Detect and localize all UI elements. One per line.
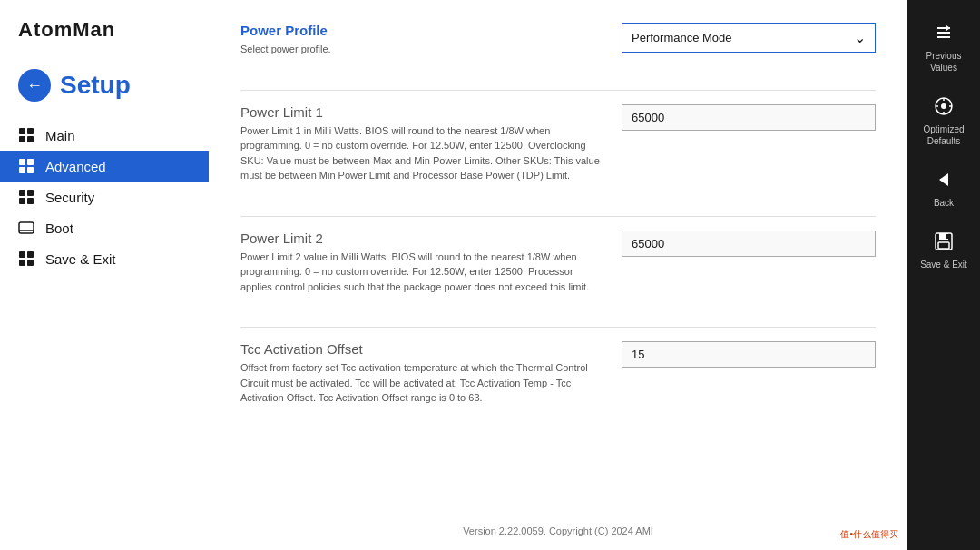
power-limit-1-control (622, 104, 876, 131)
power-limit-2-row: Power Limit 2 Power Limit 2 value in Mil… (240, 231, 876, 302)
power-limit-1-group: Power Limit 1 Power Limit 1 in Milli Wat… (240, 104, 876, 191)
svg-rect-14 (938, 242, 949, 249)
optimized-defaults-icon (934, 96, 954, 120)
svg-rect-0 (19, 222, 34, 233)
power-profile-row: Power Profile Select power profile. Perf… (240, 23, 876, 64)
power-profile-value: Performance Mode (632, 31, 732, 44)
back-circle-icon[interactable]: ← (18, 69, 51, 102)
sidebar-item-save-exit[interactable]: Save & Exit (0, 243, 209, 274)
sidebar-item-boot[interactable]: Boot (0, 212, 209, 243)
divider-1 (240, 90, 876, 91)
power-limit-1-description: Power Limit 1 in Milli Watts. BIOS will … (240, 123, 603, 183)
power-limit-1-label: Power Limit 1 (240, 104, 603, 120)
previous-values-button[interactable]: Previous Values (912, 14, 975, 83)
tcc-activation-input[interactable] (622, 341, 876, 368)
power-limit-2-label: Power Limit 2 (240, 231, 603, 246)
logo: AtomMan (0, 18, 209, 60)
tcc-activation-left: Tcc Activation Offset Offset from factor… (240, 341, 603, 413)
nav-menu: Main Advanced Security (0, 120, 209, 274)
setup-header: ← Setup (0, 60, 209, 120)
dropdown-arrow-icon: ⌄ (854, 29, 866, 46)
security-icon (18, 189, 34, 205)
footer-text: Version 2.22.0059. Copyright (C) 2024 AM… (463, 525, 653, 536)
power-profile-group: Power Profile Select power profile. Perf… (240, 23, 876, 64)
divider-3 (240, 327, 876, 328)
power-profile-description: Select power profile. (240, 42, 603, 57)
save-exit-label: Save & Exit (920, 259, 967, 270)
svg-point-6 (941, 103, 946, 109)
save-exit-icon (934, 231, 954, 255)
footer: Version 2.22.0059. Copyright (C) 2024 AM… (209, 525, 907, 536)
tcc-activation-description: Offset from factory set Tcc activation t… (240, 360, 603, 406)
optimized-defaults-button[interactable]: Optimized Defaults (912, 87, 975, 156)
watermark-text: 值•什么值得买 (840, 529, 898, 539)
main-content: Power Profile Select power profile. Perf… (209, 0, 907, 550)
tcc-activation-group: Tcc Activation Offset Offset from factor… (240, 341, 876, 413)
tcc-activation-label: Tcc Activation Offset (240, 341, 603, 357)
back-label: Back (934, 197, 954, 209)
svg-marker-11 (939, 173, 948, 186)
power-profile-dropdown[interactable]: Performance Mode ⌄ (622, 23, 876, 53)
setup-title: Setup (60, 71, 131, 100)
save-exit-button[interactable]: Save & Exit (912, 222, 975, 280)
back-icon (934, 170, 954, 193)
power-limit-2-control (622, 231, 876, 257)
sidebar: AtomMan ← Setup Main Advanced (0, 0, 209, 550)
previous-values-label: Previous Values (916, 50, 971, 74)
advanced-icon (18, 158, 34, 174)
power-limit-2-input[interactable] (622, 231, 876, 257)
power-limit-1-input[interactable] (622, 104, 876, 131)
right-panel: Previous Values Optimized Defaults Back (907, 0, 980, 550)
power-profile-label: Power Profile (240, 23, 603, 38)
tcc-activation-control (622, 341, 876, 368)
sidebar-item-main[interactable]: Main (0, 120, 209, 151)
power-profile-control[interactable]: Performance Mode ⌄ (622, 23, 876, 53)
previous-values-icon (934, 23, 954, 46)
watermark: 值•什么值得买 (840, 528, 898, 541)
power-limit-2-description: Power Limit 2 value in Milli Watts. BIOS… (240, 250, 603, 295)
power-limit-1-left: Power Limit 1 Power Limit 1 in Milli Wat… (240, 104, 603, 191)
power-profile-left: Power Profile Select power profile. (240, 23, 603, 64)
tcc-activation-row: Tcc Activation Offset Offset from factor… (240, 341, 876, 413)
divider-2 (240, 216, 876, 217)
back-button[interactable]: Back (912, 161, 975, 218)
save-exit-icon (18, 250, 34, 267)
power-limit-1-row: Power Limit 1 Power Limit 1 in Milli Wat… (240, 104, 876, 191)
optimized-defaults-label: Optimized Defaults (916, 123, 971, 147)
main-icon (18, 127, 34, 143)
power-limit-2-group: Power Limit 2 Power Limit 2 value in Mil… (240, 231, 876, 302)
sidebar-item-security[interactable]: Security (0, 182, 209, 212)
boot-icon (18, 220, 34, 236)
svg-rect-15 (946, 234, 948, 239)
power-limit-2-left: Power Limit 2 Power Limit 2 value in Mil… (240, 231, 603, 302)
sidebar-item-advanced[interactable]: Advanced (0, 151, 209, 182)
